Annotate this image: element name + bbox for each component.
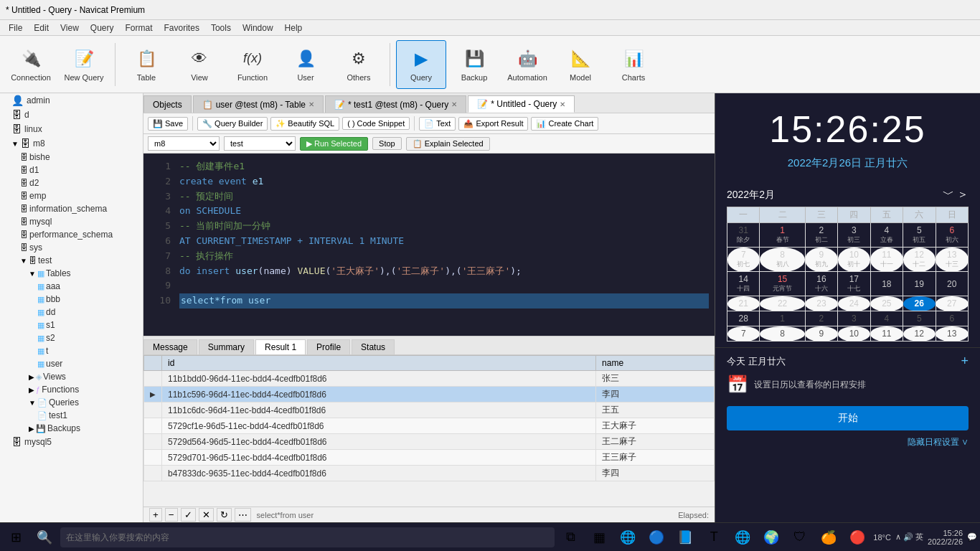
taskbar-app-misc4[interactable]: 🔴: [844, 524, 870, 550]
tab-objects[interactable]: Objects: [143, 95, 192, 113]
tab-user-test-table-close[interactable]: ✕: [308, 100, 314, 108]
cal-day-cell[interactable]: 7初七: [727, 248, 760, 272]
table-row[interactable]: 5729cf1e-96d5-11ec-bdd4-4cedfb01f8d6王大麻子: [144, 418, 715, 434]
backup-button[interactable]: 💾 Backup: [449, 40, 499, 89]
notification-button[interactable]: 💬: [967, 532, 977, 542]
connection-button[interactable]: 🔌 Connection: [6, 40, 56, 89]
menu-edit[interactable]: Edit: [28, 22, 55, 34]
sidebar-item-mysql[interactable]: 🗄 mysql: [0, 215, 143, 228]
cal-day-cell[interactable]: 27: [936, 296, 969, 311]
add-schedule-button[interactable]: +: [961, 354, 969, 369]
automation-button[interactable]: 🤖 Automation: [502, 40, 552, 89]
code-editor[interactable]: 1 -- 创建事件e1 2 create event e1 3 -- 预定时间 …: [143, 154, 715, 336]
cal-day-cell[interactable]: 14十四: [727, 272, 760, 296]
run-selected-button[interactable]: ▶ Run Selected: [300, 137, 368, 151]
new-query-button[interactable]: 📝 New Query: [59, 40, 109, 89]
cal-day-cell[interactable]: 3初三: [838, 223, 870, 248]
tab-test1-close[interactable]: ✕: [451, 100, 457, 108]
code-snippet-button[interactable]: ( ) Code Snippet: [342, 117, 410, 130]
cal-day-cell[interactable]: 8: [760, 326, 805, 342]
table-row[interactable]: ▶11b1c596-96d4-11ec-bdd4-4cedfb01f8d6李四: [144, 387, 715, 402]
cal-day-cell[interactable]: 16十六: [805, 272, 837, 296]
cal-day-cell[interactable]: 1春节: [760, 223, 805, 248]
start-button[interactable]: 开始: [727, 406, 969, 430]
sidebar-item-s2[interactable]: ▦ s2: [0, 331, 143, 344]
sidebar-item-information-schema[interactable]: 🗄 information_schema: [0, 202, 143, 215]
cal-day-cell[interactable]: 18: [870, 272, 903, 296]
cal-day-cell[interactable]: 9: [805, 326, 837, 342]
sidebar-item-mysql5[interactable]: 🗄 mysql5: [0, 435, 143, 449]
table-row[interactable]: 5729d564-96d5-11ec-bdd4-4cedfb01f8d6王二麻子: [144, 434, 715, 450]
cal-day-cell[interactable]: 26: [903, 296, 936, 311]
cal-day-cell[interactable]: 5: [903, 311, 936, 326]
windows-start-button[interactable]: ⊞: [3, 524, 29, 550]
cal-day-cell[interactable]: 2: [805, 311, 837, 326]
cal-day-cell[interactable]: 5初五: [903, 223, 936, 248]
sidebar-item-test1[interactable]: 📄 test1: [0, 409, 143, 422]
cal-day-cell[interactable]: 13: [936, 326, 969, 342]
menu-view[interactable]: View: [55, 22, 85, 34]
db2-select[interactable]: test: [224, 136, 296, 151]
sidebar-item-performance-schema[interactable]: 🗄 performance_schema: [0, 228, 143, 241]
cal-day-cell[interactable]: 20: [936, 272, 969, 296]
export-result-button[interactable]: 📤 Export Result: [458, 117, 528, 131]
cal-day-cell[interactable]: 10: [838, 326, 870, 342]
sidebar-item-d1[interactable]: 🗄 d1: [0, 164, 143, 176]
result-tab-profile[interactable]: Profile: [307, 339, 350, 354]
confirm-button[interactable]: ✓: [181, 508, 196, 522]
db1-select[interactable]: m8: [148, 136, 220, 151]
function-button[interactable]: f(x) Function: [227, 40, 278, 89]
cal-day-cell[interactable]: 10初十: [838, 248, 870, 272]
cal-day-cell[interactable]: 15元宵节: [760, 272, 805, 296]
menu-tools[interactable]: Tools: [205, 22, 237, 34]
cal-day-cell[interactable]: 6初六: [936, 223, 969, 248]
stop-button[interactable]: Stop: [372, 137, 402, 150]
taskbar-app-misc2[interactable]: 🛡: [787, 524, 813, 550]
sidebar-item-bishe[interactable]: 🗄 bishe: [0, 151, 143, 164]
sidebar-item-emp[interactable]: 🗄 emp: [0, 189, 143, 202]
cal-prev-button[interactable]: ﹀: [943, 187, 954, 202]
sidebar-item-views[interactable]: ▶ ◈ Views: [0, 370, 143, 383]
table-row[interactable]: b47833dc-9635-11ec-bdd4-4cedfb01f8d6李四: [144, 466, 715, 481]
cal-day-cell[interactable]: 21: [727, 296, 760, 311]
sidebar-item-aaa[interactable]: ▦ aaa: [0, 280, 143, 293]
sidebar-item-s1[interactable]: ▦ s1: [0, 319, 143, 331]
cal-day-cell[interactable]: 24: [838, 296, 870, 311]
menu-format[interactable]: Format: [120, 22, 159, 34]
tab-untitled-query[interactable]: 📝 * Untitled - Query ✕: [468, 95, 575, 113]
create-chart-button[interactable]: 📊 Create Chart: [531, 117, 598, 131]
sidebar-item-admin[interactable]: 👤 admin: [0, 93, 143, 108]
result-tab-result1[interactable]: Result 1: [255, 339, 306, 354]
sidebar-item-backups[interactable]: ▶ 💾 Backups: [0, 422, 143, 435]
text-button[interactable]: 📄 Text: [419, 117, 456, 131]
sidebar-item-bbb[interactable]: ▦ bbb: [0, 293, 143, 306]
taskbar-app-widgets[interactable]: ▦: [586, 524, 612, 550]
result-tab-message[interactable]: Message: [143, 339, 197, 354]
cal-day-cell[interactable]: 19: [903, 272, 936, 296]
filter-button[interactable]: ⋯: [235, 508, 251, 522]
cal-day-cell[interactable]: 6: [936, 311, 969, 326]
beautify-sql-button[interactable]: ✨ Beautify SQL: [270, 117, 339, 131]
menu-window[interactable]: Window: [237, 22, 279, 34]
add-row-button[interactable]: +: [149, 508, 162, 522]
cal-day-cell[interactable]: 23: [805, 296, 837, 311]
table-row[interactable]: 11b1c6dc-96d4-11ec-bdd4-4cedfb01f8d6王五: [144, 402, 715, 418]
view-button[interactable]: 👁 View: [174, 40, 225, 89]
sidebar-item-d2[interactable]: 🗄 d2: [0, 176, 143, 189]
sidebar-item-functions[interactable]: ▶ ƒ Functions: [0, 383, 143, 396]
taskbar-app-misc3[interactable]: 🍊: [816, 524, 842, 550]
cal-day-cell[interactable]: 4: [870, 311, 903, 326]
cal-day-cell[interactable]: 3: [838, 311, 870, 326]
explain-button[interactable]: 📋 Explain Selected: [406, 137, 490, 151]
sidebar-item-dd[interactable]: ▦ dd: [0, 306, 143, 319]
model-button[interactable]: 📐 Model: [555, 40, 606, 89]
cal-day-cell[interactable]: 13十三: [936, 248, 969, 272]
taskbar-app-misc1[interactable]: 🌍: [758, 524, 784, 550]
cal-day-cell[interactable]: 9初九: [805, 248, 837, 272]
cal-day-cell[interactable]: 22: [760, 296, 805, 311]
sidebar-item-t[interactable]: ▦ t: [0, 344, 143, 357]
tab-user-test-table[interactable]: 📋 user @test (m8) - Table ✕: [193, 95, 324, 113]
charts-button[interactable]: 📊 Charts: [608, 40, 659, 89]
cal-day-cell[interactable]: 7: [727, 326, 760, 342]
save-button[interactable]: 💾 Save: [148, 117, 188, 131]
